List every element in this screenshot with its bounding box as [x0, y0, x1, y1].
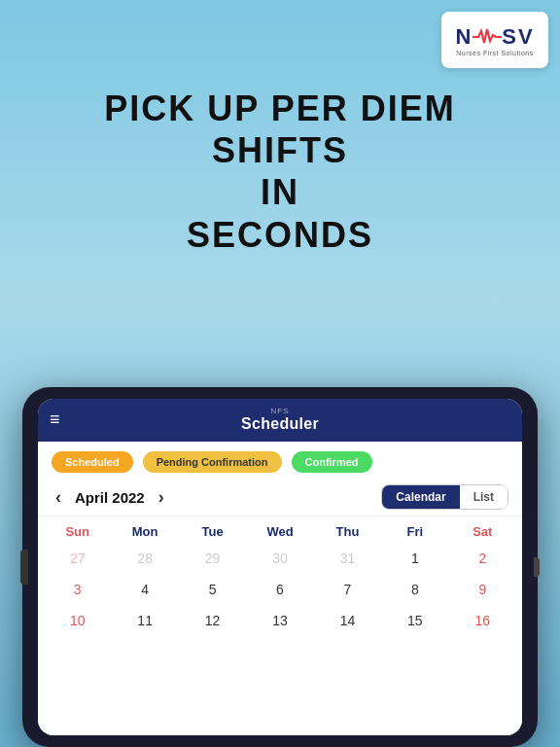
calendar-day-31[interactable]: 31 [314, 543, 381, 574]
calendar-day-15[interactable]: 15 [381, 605, 448, 636]
day-header-thu: Thu [314, 516, 381, 543]
logo-pulse-icon [472, 27, 502, 47]
logo-tagline: Nurses First Solutions [456, 50, 533, 56]
hero-line3: IN [29, 171, 531, 213]
hero-section: PICK UP PER DIEM SHIFTS IN SECONDS [0, 88, 560, 256]
app-title: Scheduler [241, 415, 319, 433]
calendar-day-1[interactable]: 1 [381, 543, 448, 574]
tablet-home-button[interactable] [20, 550, 28, 585]
hero-line1: PICK UP PER DIEM [29, 88, 531, 129]
calendar-day-9[interactable]: 9 [449, 574, 516, 605]
prev-month-button[interactable]: ‹ [52, 487, 65, 508]
calendar-day-7[interactable]: 7 [314, 574, 381, 605]
view-toggle: Calendar List [381, 484, 508, 510]
next-month-button[interactable]: › [155, 487, 168, 508]
hero-title: PICK UP PER DIEM SHIFTS IN SECONDS [29, 88, 531, 256]
calendar-day-13[interactable]: 13 [246, 605, 313, 636]
logo-text: N SV [455, 24, 534, 50]
calendar-day-16[interactable]: 16 [449, 605, 516, 636]
calendar-day-5[interactable]: 5 [179, 574, 246, 605]
logo-sv: SV [502, 24, 534, 50]
hero-line2: SHIFTS [29, 129, 531, 171]
badge-scheduled[interactable]: Scheduled [52, 451, 133, 473]
calendar-week-1: 27 28 29 30 31 1 2 [44, 543, 516, 574]
hero-line4: SECONDS [29, 214, 531, 256]
day-header-mon: Mon [111, 516, 178, 543]
calendar-day-14[interactable]: 14 [314, 605, 381, 636]
status-badges-row: Scheduled Pending Confirmation Confirmed [38, 442, 522, 479]
tablet-side-button [534, 557, 540, 577]
tablet-screen: ≡ NFS Scheduler Scheduled Pending Confir… [38, 399, 522, 735]
month-navigation: ‹ April 2022 › [52, 487, 168, 508]
calendar-day-2[interactable]: 2 [449, 543, 516, 574]
day-header-wed: Wed [246, 516, 313, 543]
list-view-button[interactable]: List [460, 485, 508, 509]
day-header-sat: Sat [449, 516, 516, 543]
calendar-day-30[interactable]: 30 [246, 543, 313, 574]
calendar-day-3[interactable]: 3 [44, 574, 111, 605]
day-headers-row: Sun Mon Tue Wed Thu Fri Sat [44, 516, 516, 543]
logo-n: N [455, 24, 472, 50]
calendar-day-6[interactable]: 6 [246, 574, 313, 605]
calendar-grid: Sun Mon Tue Wed Thu Fri Sat 27 28 29 30 … [38, 516, 522, 735]
nfs-logo: N SV Nurses First Solutions [441, 12, 548, 70]
calendar-day-11[interactable]: 11 [111, 605, 178, 636]
calendar-week-3: 10 11 12 13 14 15 16 [44, 605, 516, 636]
tablet-device: ≡ NFS Scheduler Scheduled Pending Confir… [22, 387, 538, 747]
app-header: ≡ NFS Scheduler [38, 399, 522, 442]
calendar-view-button[interactable]: Calendar [382, 485, 459, 509]
app-nfs-small: NFS [271, 407, 290, 415]
badge-confirmed[interactable]: Confirmed [292, 451, 372, 473]
calendar-day-28[interactable]: 28 [111, 543, 178, 574]
day-header-fri: Fri [381, 516, 448, 543]
calendar-week-2: 3 4 5 6 7 8 9 [44, 574, 516, 605]
calendar-day-4[interactable]: 4 [111, 574, 178, 605]
current-month-label: April 2022 [75, 489, 145, 506]
tablet-outer: ≡ NFS Scheduler Scheduled Pending Confir… [22, 387, 538, 747]
calendar-day-29[interactable]: 29 [179, 543, 246, 574]
hamburger-menu-icon[interactable]: ≡ [50, 410, 60, 428]
day-header-tue: Tue [179, 516, 246, 543]
badge-pending[interactable]: Pending Confirmation [143, 451, 282, 473]
calendar-day-12[interactable]: 12 [179, 605, 246, 636]
calendar-day-27[interactable]: 27 [44, 543, 111, 574]
calendar-day-8[interactable]: 8 [381, 574, 448, 605]
calendar-controls: ‹ April 2022 › Calendar List [38, 479, 522, 516]
calendar-day-10[interactable]: 10 [44, 605, 111, 636]
day-header-sun: Sun [44, 516, 111, 543]
